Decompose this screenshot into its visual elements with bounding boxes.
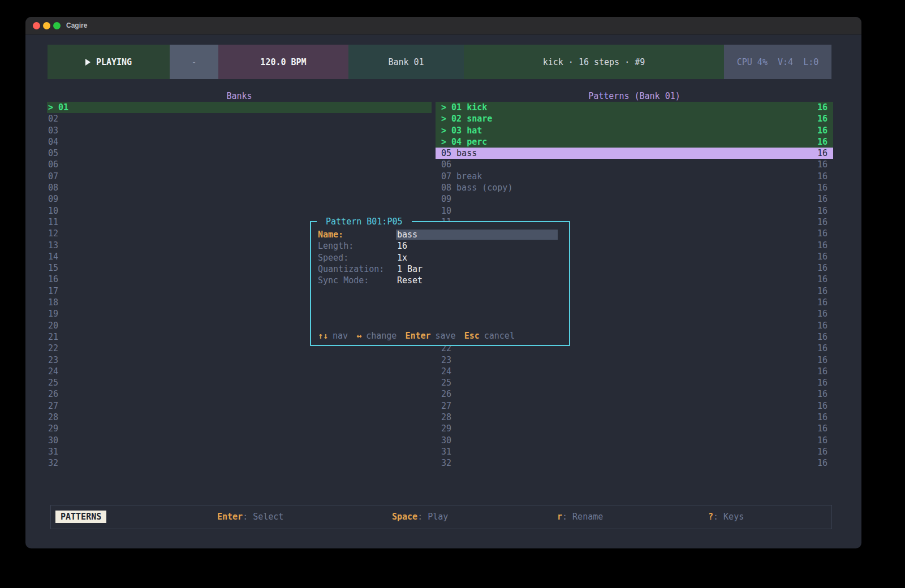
bank-row[interactable]: 29 [47, 423, 432, 434]
bank-row-label: 32 [48, 458, 58, 468]
pattern-step-count: 16 [817, 423, 828, 434]
dialog-title: Pattern B01:P05 [317, 216, 412, 227]
bank-row[interactable]: 30 [47, 435, 432, 446]
pattern-step-count: 16 [817, 274, 828, 285]
bank-row-label: 13 [48, 240, 58, 250]
pattern-step-count: 16 [817, 354, 828, 366]
pattern-row[interactable]: 2416 [436, 366, 833, 377]
banks-header: Banks [47, 90, 432, 102]
bank-row[interactable]: 31 [47, 446, 432, 457]
close-window-button[interactable] [33, 22, 40, 29]
bank-row-label: 27 [48, 401, 58, 411]
pattern-row[interactable]: 2916 [436, 423, 833, 434]
bank-row-label: 18 [48, 297, 58, 308]
pattern-row[interactable]: 2316 [436, 354, 833, 366]
pattern-row[interactable]: 1016 [436, 205, 833, 217]
pattern-info-display: kick · 16 steps · #9 [464, 45, 724, 79]
transport-status: PLAYING [48, 45, 170, 79]
pattern-row[interactable]: 2516 [436, 377, 833, 388]
dialog-field-label: Quantization: [318, 263, 384, 275]
pattern-step-count: 16 [817, 331, 828, 343]
pattern-step-count: 16 [817, 388, 828, 400]
pattern-step-count: 16 [817, 217, 828, 228]
pattern-step-count: 16 [817, 320, 828, 331]
bank-row[interactable]: 04 [47, 136, 432, 148]
bank-row[interactable]: 27 [47, 400, 432, 412]
minimize-window-button[interactable] [43, 22, 50, 29]
dialog-field: Quantization:1 Bar [311, 263, 569, 275]
bank-row-label: 12 [48, 228, 58, 239]
bank-row-label: 28 [48, 412, 58, 422]
key-hint: Space: Play [392, 512, 448, 522]
pattern-row[interactable]: 3216 [436, 457, 833, 469]
bank-row-label: 07 [48, 171, 58, 181]
bank-row[interactable]: 23 [47, 354, 432, 366]
pattern-row[interactable]: > 01 kick16 [436, 102, 833, 113]
bank-row[interactable]: 28 [47, 412, 432, 423]
pattern-step-count: 16 [817, 251, 828, 262]
dialog-field-value[interactable]: 16 [397, 240, 407, 252]
pattern-step-count: 16 [817, 159, 828, 170]
pattern-row-label: 28 [441, 412, 451, 422]
pattern-row[interactable]: 0916 [436, 193, 833, 205]
key-hint: ?: Keys [708, 512, 744, 522]
bank-row[interactable]: 32 [47, 457, 432, 469]
pattern-row[interactable]: > 04 perc16 [436, 136, 833, 148]
bank-row[interactable]: 26 [47, 388, 432, 400]
pattern-row[interactable]: > 03 hat16 [436, 125, 833, 136]
name-input[interactable]: bass [396, 230, 558, 240]
bpm-display: 120.0 BPM [218, 45, 348, 79]
zoom-window-button[interactable] [53, 22, 61, 29]
pattern-row[interactable]: 07 break16 [436, 171, 833, 182]
dialog-field-value[interactable]: Reset [397, 275, 423, 286]
bank-row[interactable]: 10 [47, 205, 432, 217]
pattern-step-count: 16 [817, 193, 828, 205]
pattern-row-label: 09 [441, 194, 451, 204]
dialog-field-value[interactable]: 1x [397, 252, 407, 263]
bank-row-label: 16 [48, 274, 58, 284]
pattern-row[interactable]: 2716 [436, 400, 833, 412]
bank-row[interactable]: 06 [47, 159, 432, 170]
window-title: Cagire [66, 17, 87, 34]
pattern-row-label: 07 break [441, 171, 482, 181]
patterns-header: Patterns (Bank 01) [436, 90, 833, 102]
bank-row[interactable]: > 01 [47, 102, 432, 113]
pattern-row[interactable]: 2616 [436, 388, 833, 400]
bank-row-label: 10 [48, 206, 58, 216]
pattern-step-count: 16 [817, 148, 828, 159]
bank-row-label: 26 [48, 389, 58, 399]
bank-row[interactable]: 05 [47, 148, 432, 159]
bank-row[interactable]: 02 [47, 113, 432, 124]
bank-row[interactable]: 24 [47, 366, 432, 377]
pattern-step-count: 16 [817, 205, 828, 217]
pattern-step-count: 16 [817, 136, 828, 148]
pattern-row[interactable]: 08 bass (copy)16 [436, 182, 833, 193]
pattern-row[interactable]: 3016 [436, 435, 833, 446]
pattern-step-count: 16 [817, 446, 828, 457]
bank-row-label: 22 [48, 343, 58, 353]
dialog-fields: Name:bassLength:16Speed:1xQuantization:1… [311, 229, 569, 286]
bank-row-label: 20 [48, 321, 58, 331]
bank-row-label: > 01 [48, 102, 68, 113]
pattern-row[interactable]: > 02 snare16 [436, 113, 833, 124]
bank-row[interactable]: 03 [47, 125, 432, 136]
pattern-row-label: > 02 snare [441, 114, 492, 124]
pattern-step-count: 16 [817, 435, 828, 446]
dialog-field-value[interactable]: 1 Bar [397, 263, 423, 275]
pattern-row[interactable]: 2816 [436, 412, 833, 423]
key-hint-label: change [366, 331, 397, 341]
pattern-row[interactable]: 3116 [436, 446, 833, 457]
bank-row[interactable]: 08 [47, 182, 432, 193]
pattern-row[interactable]: 05 bass16 [436, 148, 833, 159]
bank-row-label: 25 [48, 378, 58, 388]
bank-row[interactable]: 25 [47, 377, 432, 388]
bank-row[interactable]: 07 [47, 171, 432, 182]
pattern-step-count: 16 [817, 412, 828, 423]
key-hint: r: Rename [557, 512, 603, 522]
pattern-row[interactable]: 0616 [436, 159, 833, 170]
dialog-field: Sync Mode:Reset [311, 275, 569, 286]
bank-row[interactable]: 09 [47, 193, 432, 205]
pattern-step-count: 16 [817, 366, 828, 377]
pattern-step-count: 16 [817, 125, 828, 136]
pattern-step-count: 16 [817, 400, 828, 412]
